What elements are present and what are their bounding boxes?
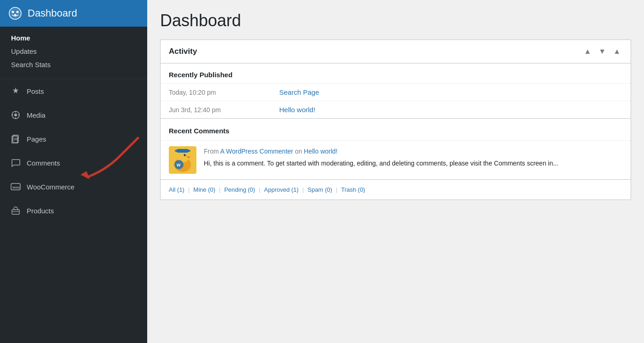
sidebar-item-home[interactable]: Home: [0, 31, 147, 45]
sidebar-title: Dashboard: [28, 7, 77, 19]
sidebar-item-products[interactable]: Products: [0, 199, 147, 223]
comment-avatar-0: W: [169, 146, 196, 174]
sidebar-header[interactable]: Dashboard: [0, 0, 147, 27]
posts-label: Posts: [27, 87, 44, 95]
dashboard-palette-icon: [8, 6, 22, 20]
comment-body: Hi, this is a comment. To get started wi…: [204, 158, 558, 168]
sidebar-sub-menu: Home Updates Search Stats: [0, 27, 147, 79]
sidebar-item-pages[interactable]: Pages: [0, 127, 147, 151]
recently-published-label: Recently Published: [161, 63, 631, 83]
published-row-1: Jun 3rd, 12:40 pm Hello world!: [161, 101, 631, 118]
published-date-1: Jun 3rd, 12:40 pm: [169, 106, 279, 114]
svg-point-18: [185, 154, 186, 155]
svg-point-5: [14, 114, 17, 116]
comment-content-0: From A WordPress Commenter on Hello worl…: [204, 146, 558, 169]
comments-label: Comments: [27, 159, 60, 167]
page-title: Dashboard: [160, 11, 631, 30]
footer-approved[interactable]: Approved (1): [264, 186, 299, 193]
main-content: Dashboard Activity ▲ ▼ ▲ Recently Publis…: [147, 0, 644, 343]
sidebar-item-comments[interactable]: Comments: [0, 151, 147, 175]
woocommerce-label: WooCommerce: [27, 183, 75, 191]
products-icon: [10, 205, 21, 216]
commenter-link[interactable]: A WordPress Commenter: [220, 148, 293, 155]
sidebar-item-updates[interactable]: Updates: [0, 45, 147, 58]
sidebar-item-search-stats[interactable]: Search Stats: [0, 58, 147, 71]
published-row-0: Today, 10:20 pm Search Page: [161, 83, 631, 101]
sidebar-nav: Posts Media Pages: [0, 79, 147, 343]
svg-rect-12: [12, 210, 19, 214]
svg-text:woo: woo: [12, 185, 20, 189]
svg-point-1: [12, 11, 14, 13]
svg-text:W: W: [177, 163, 181, 167]
published-date-0: Today, 10:20 pm: [169, 89, 279, 96]
published-link-0[interactable]: Search Page: [279, 88, 319, 96]
svg-rect-22: [177, 149, 188, 153]
comment-post-link[interactable]: Hello world!: [304, 148, 338, 155]
sidebar: Dashboard Home Updates Search Stats Post…: [0, 0, 147, 343]
widget-controls: ▲ ▼ ▲: [582, 46, 622, 57]
footer-spam[interactable]: Spam (0): [308, 186, 332, 193]
recent-comments-label: Recent Comments: [161, 118, 631, 140]
footer-trash[interactable]: Trash (0): [341, 186, 365, 193]
products-label: Products: [27, 207, 54, 215]
svg-point-17: [184, 154, 186, 156]
sidebar-item-posts[interactable]: Posts: [0, 79, 147, 103]
woo-icon: woo: [10, 181, 21, 192]
collapse-up-button[interactable]: ▲: [582, 46, 593, 57]
comment-on-text: on: [293, 148, 304, 155]
published-link-1[interactable]: Hello world!: [279, 106, 315, 114]
activity-widget: Activity ▲ ▼ ▲ Recently Published Today,…: [160, 40, 631, 200]
svg-point-0: [9, 7, 21, 19]
sidebar-item-media[interactable]: Media: [0, 103, 147, 127]
hide-button[interactable]: ▲: [611, 46, 622, 57]
pages-icon: [10, 133, 21, 144]
widget-header: Activity ▲ ▼ ▲: [161, 40, 631, 63]
media-icon: [10, 109, 21, 120]
widget-title: Activity: [169, 47, 197, 56]
comment-row-0: W From A WordPress Commenter on Hello wo…: [161, 140, 631, 179]
pin-icon: [10, 86, 21, 97]
sidebar-item-woocommerce[interactable]: woo WooCommerce: [0, 175, 147, 199]
comment-from-text: From: [204, 148, 220, 155]
svg-point-2: [17, 11, 19, 13]
footer-mine[interactable]: Mine (0): [193, 186, 215, 193]
comments-icon: [10, 157, 21, 168]
comment-footer: All (1) | Mine (0) | Pending (0) | Appro…: [161, 179, 631, 200]
footer-all[interactable]: All (1): [169, 186, 184, 193]
media-label: Media: [27, 111, 46, 119]
collapse-down-button[interactable]: ▼: [597, 46, 608, 57]
pages-label: Pages: [27, 135, 46, 143]
footer-pending[interactable]: Pending (0): [224, 186, 255, 193]
